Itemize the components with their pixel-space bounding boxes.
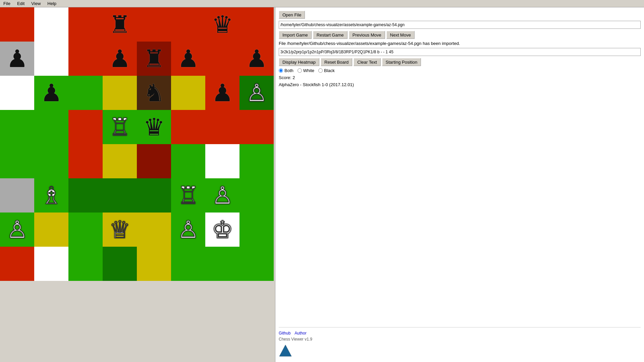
board-cell-1-2[interactable]	[68, 42, 103, 76]
radio-both-text: Both	[284, 68, 293, 73]
board-cell-5-0[interactable]	[0, 178, 34, 213]
piece-1-5: ♟	[177, 47, 199, 71]
board-cell-6-7[interactable]	[239, 213, 274, 247]
footer: Github Author Chess Viewer v1.9	[279, 327, 641, 359]
menu-view[interactable]: View	[28, 0, 44, 7]
board-cell-2-2[interactable]	[68, 76, 103, 110]
board-cell-4-1[interactable]	[34, 144, 68, 178]
board-cell-6-3[interactable]: ♕	[103, 213, 137, 247]
board-cell-6-5[interactable]: ♙	[171, 213, 205, 247]
board-cell-3-4[interactable]: ♛	[137, 110, 171, 144]
reset-board-button[interactable]: Reset Board	[321, 58, 352, 66]
file-path-input[interactable]	[279, 21, 641, 29]
board-cell-6-6[interactable]: ♚	[205, 213, 239, 247]
cmake-logo-icon	[279, 344, 292, 358]
board-cell-0-4[interactable]	[137, 7, 171, 42]
open-file-button[interactable]: Open File	[279, 11, 305, 19]
board-cell-5-4[interactable]	[137, 178, 171, 213]
menu-help[interactable]: Help	[44, 0, 60, 7]
board-cell-6-2[interactable]	[68, 213, 103, 247]
board-cell-1-0[interactable]: ♟	[0, 42, 34, 76]
piece-5-5: ♖	[177, 183, 199, 207]
board-cell-5-6[interactable]: ♙	[205, 178, 239, 213]
board-cell-2-5[interactable]	[171, 76, 205, 110]
board-cell-3-3[interactable]: ♖	[103, 110, 137, 144]
board-cell-5-1[interactable]: ♗	[34, 178, 68, 213]
board-cell-3-7[interactable]	[239, 110, 274, 144]
board-cell-3-6[interactable]	[205, 110, 239, 144]
board-cell-7-4[interactable]	[137, 247, 171, 281]
board-cell-0-7[interactable]	[239, 7, 274, 42]
board-cell-7-6[interactable]	[205, 247, 239, 281]
board-cell-0-6[interactable]: ♛	[205, 7, 239, 42]
radio-both[interactable]	[279, 68, 283, 73]
board-cell-3-5[interactable]	[171, 110, 205, 144]
board-cell-4-3[interactable]	[103, 144, 137, 178]
fen-input[interactable]	[279, 48, 641, 56]
board-cell-4-4[interactable]	[137, 144, 171, 178]
board-cell-7-7[interactable]	[239, 247, 274, 281]
clear-text-button[interactable]: Clear Text	[354, 58, 380, 66]
display-heatmap-button[interactable]: Display Heatmap	[279, 58, 319, 66]
board-cell-0-1[interactable]	[34, 7, 68, 42]
piece-3-4: ♛	[143, 115, 165, 139]
board-cell-2-0[interactable]	[0, 76, 34, 110]
board-cell-6-0[interactable]: ♙	[0, 213, 34, 247]
board-cell-1-3[interactable]: ♟	[103, 42, 137, 76]
author-link[interactable]: Author	[294, 331, 306, 336]
starting-position-button[interactable]: Starting Position	[382, 58, 421, 66]
radio-white-label[interactable]: White	[298, 68, 314, 73]
right-panel: Open File Import Game Restart Game Previ…	[275, 7, 644, 362]
board-cell-1-4[interactable]: ♜	[137, 42, 171, 76]
board-cell-4-7[interactable]	[239, 144, 274, 178]
board-cell-0-2[interactable]	[68, 7, 103, 42]
board-cell-7-2[interactable]	[68, 247, 103, 281]
radio-both-label[interactable]: Both	[279, 68, 293, 73]
top-toolbar: Open File	[279, 11, 641, 19]
board-cell-3-2[interactable]	[68, 110, 103, 144]
board-cell-1-7[interactable]: ♟	[239, 42, 274, 76]
piece-0-3: ♜	[109, 12, 131, 37]
board-cell-1-6[interactable]	[205, 42, 239, 76]
board-cell-6-1[interactable]	[34, 213, 68, 247]
board-cell-4-0[interactable]	[0, 144, 34, 178]
board-cell-7-3[interactable]	[103, 247, 137, 281]
board-cell-4-6[interactable]	[205, 144, 239, 178]
board-cell-2-6[interactable]: ♟	[205, 76, 239, 110]
board-cell-7-1[interactable]	[34, 247, 68, 281]
board-cell-2-7[interactable]: ♙	[239, 76, 274, 110]
board-cell-1-1[interactable]	[34, 42, 68, 76]
board-cell-1-5[interactable]: ♟	[171, 42, 205, 76]
board-cell-5-5[interactable]: ♖	[171, 178, 205, 213]
menu-edit[interactable]: Edit	[14, 0, 28, 7]
menu-file[interactable]: File	[0, 0, 14, 7]
radio-white[interactable]	[298, 68, 302, 73]
board-cell-7-5[interactable]	[171, 247, 205, 281]
board-cell-5-7[interactable]	[239, 178, 274, 213]
github-link[interactable]: Github	[279, 331, 290, 336]
board-cell-2-1[interactable]: ♟	[34, 76, 68, 110]
board-cell-3-0[interactable]	[0, 110, 34, 144]
board-cell-6-4[interactable]	[137, 213, 171, 247]
radio-black[interactable]	[318, 68, 323, 73]
next-move-button[interactable]: Next Move	[386, 31, 415, 39]
radio-black-label[interactable]: Black	[318, 68, 335, 73]
board-cell-5-2[interactable]	[68, 178, 103, 213]
game-info-text: AlphaZero - Stockfish 1-0 (2017.12.01)	[279, 82, 354, 87]
board-cell-0-0[interactable]	[0, 7, 34, 42]
board-cell-2-4[interactable]: ♞	[137, 76, 171, 110]
color-radio-group: Both White Black	[279, 68, 641, 73]
board-cell-4-5[interactable]	[171, 144, 205, 178]
board-cell-0-5[interactable]	[171, 7, 205, 42]
piece-0-6: ♛	[212, 12, 233, 37]
board-cell-5-3[interactable]	[103, 178, 137, 213]
board-cell-2-3[interactable]	[103, 76, 137, 110]
restart-game-button[interactable]: Restart Game	[313, 31, 347, 39]
piece-6-6: ♚	[212, 218, 233, 242]
board-cell-7-0[interactable]	[0, 247, 34, 281]
import-game-button[interactable]: Import Game	[279, 31, 312, 39]
board-cell-3-1[interactable]	[34, 110, 68, 144]
board-cell-4-2[interactable]	[68, 144, 103, 178]
board-cell-0-3[interactable]: ♜	[103, 7, 137, 42]
previous-move-button[interactable]: Previous Move	[349, 31, 385, 39]
